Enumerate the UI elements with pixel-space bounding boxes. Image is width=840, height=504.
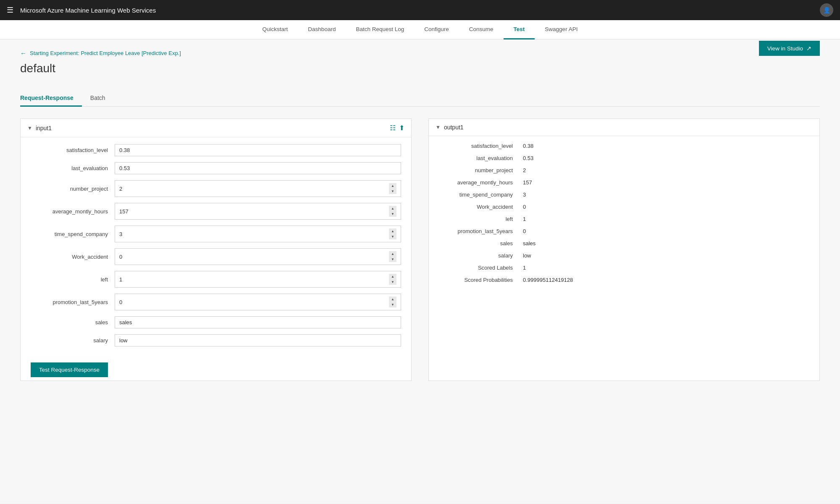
nav-test[interactable]: Test xyxy=(504,20,535,39)
field-time-spend-company: time_spend_company 3 ▲ ▼ xyxy=(31,226,401,242)
input-grid-icon[interactable]: ☷ xyxy=(390,124,396,132)
input-sales[interactable] xyxy=(115,316,401,328)
field-promotion-last-5years: promotion_last_5years 0 ▲ ▼ xyxy=(31,294,401,310)
spinner-time-spend-company-up[interactable]: ▲ xyxy=(389,228,396,234)
output-label-scored-labels: Scored Labels xyxy=(439,265,523,271)
field-satisfaction-level: satisfaction_level xyxy=(31,144,401,156)
nav-batch-request-log[interactable]: Batch Request Log xyxy=(346,20,414,39)
spinner-left-value: 1 xyxy=(119,276,122,283)
breadcrumb[interactable]: ← Starting Experiment: Predict Employee … xyxy=(20,50,820,57)
input-panel-title: input1 xyxy=(36,125,52,131)
label-sales: sales xyxy=(31,319,115,326)
output-value-sales: sales xyxy=(523,240,536,247)
input-form-area: satisfaction_level last_evaluation numbe… xyxy=(21,137,411,359)
output-value-time-spend-company: 3 xyxy=(523,192,526,198)
field-last-evaluation: last_evaluation xyxy=(31,162,401,174)
nav-consume[interactable]: Consume xyxy=(459,20,504,39)
output-label-number-project: number_project xyxy=(439,167,523,173)
label-promotion-last-5years: promotion_last_5years xyxy=(31,299,115,305)
label-satisfaction-level: satisfaction_level xyxy=(31,147,115,153)
spinner-left: 1 ▲ ▼ xyxy=(115,271,401,288)
view-studio-label: View in Studio xyxy=(767,45,803,52)
output-value-average-montly-hours: 157 xyxy=(523,179,532,186)
nav-configure[interactable]: Configure xyxy=(414,20,459,39)
output-value-last-evaluation: 0.53 xyxy=(523,155,533,161)
spinner-left-down[interactable]: ▼ xyxy=(389,279,396,285)
output-label-time-spend-company: time_spend_company xyxy=(439,192,523,198)
output-promotion-last-5years: promotion_last_5years 0 xyxy=(439,228,809,234)
output-value-promotion-last-5years: 0 xyxy=(523,228,526,234)
external-link-icon: ↗ xyxy=(806,45,811,52)
field-left: left 1 ▲ ▼ xyxy=(31,271,401,288)
output-sales: sales sales xyxy=(439,240,809,247)
output-last-evaluation: last_evaluation 0.53 xyxy=(439,155,809,161)
output-label-sales: sales xyxy=(439,240,523,247)
output-area: satisfaction_level 0.38 last_evaluation … xyxy=(429,136,819,296)
nav-dashboard[interactable]: Dashboard xyxy=(298,20,346,39)
label-salary: salary xyxy=(31,337,115,344)
spinner-average-montly-hours: 157 ▲ ▼ xyxy=(115,203,401,220)
label-last-evaluation: last_evaluation xyxy=(31,165,115,171)
label-time-spend-company: time_spend_company xyxy=(31,231,115,237)
input-upload-icon[interactable]: ⬆ xyxy=(399,124,404,132)
output-panel: ▼ output1 satisfaction_level 0.38 last_e… xyxy=(428,118,820,381)
spinner-average-montly-hours-value: 157 xyxy=(119,208,129,215)
output-label-last-evaluation: last_evaluation xyxy=(439,155,523,161)
view-studio-button[interactable]: View in Studio ↗ xyxy=(759,41,820,56)
output-work-accident: Work_accident 0 xyxy=(439,204,809,210)
field-average-montly-hours: average_montly_hours 157 ▲ ▼ xyxy=(31,203,401,220)
output-panel-header: ▼ output1 xyxy=(429,119,819,136)
spinner-average-montly-hours-down[interactable]: ▼ xyxy=(389,211,396,217)
spinner-work-accident-up[interactable]: ▲ xyxy=(389,251,396,257)
nav-quickstart[interactable]: Quickstart xyxy=(252,20,298,39)
tabs: Request-Response Batch xyxy=(20,90,820,107)
spinner-promotion-last-5years-up[interactable]: ▲ xyxy=(389,297,396,302)
output-number-project: number_project 2 xyxy=(439,167,809,173)
secondary-nav: Quickstart Dashboard Batch Request Log C… xyxy=(0,20,840,39)
field-number-project: number_project 2 ▲ ▼ xyxy=(31,180,401,197)
tab-batch[interactable]: Batch xyxy=(90,90,114,107)
output-label-salary: salary xyxy=(439,252,523,259)
spinner-left-up[interactable]: ▲ xyxy=(389,274,396,279)
input-last-evaluation[interactable] xyxy=(115,162,401,174)
output-salary: salary low xyxy=(439,252,809,259)
input-chevron-icon[interactable]: ▼ xyxy=(27,125,32,131)
field-sales: sales xyxy=(31,316,401,328)
output-value-left: 1 xyxy=(523,216,526,222)
output-average-montly-hours: average_montly_hours 157 xyxy=(439,179,809,186)
spinner-average-montly-hours-up[interactable]: ▲ xyxy=(389,206,396,211)
output-value-satisfaction-level: 0.38 xyxy=(523,143,533,149)
input-panel-icons: ☷ ⬆ xyxy=(390,124,404,132)
tab-request-response[interactable]: Request-Response xyxy=(20,90,82,107)
output-scored-labels: Scored Labels 1 xyxy=(439,265,809,271)
input-satisfaction-level[interactable] xyxy=(115,144,401,156)
spinner-promotion-last-5years-down[interactable]: ▼ xyxy=(389,302,396,307)
spinner-work-accident-value: 0 xyxy=(119,254,122,260)
spinner-number-project-up[interactable]: ▲ xyxy=(389,183,396,189)
main-content: ← Starting Experiment: Predict Employee … xyxy=(0,39,840,503)
output-value-salary: low xyxy=(523,252,531,259)
output-chevron-icon[interactable]: ▼ xyxy=(436,124,441,130)
output-label-scored-probabilities: Scored Probabilities xyxy=(439,277,523,283)
output-left: left 1 xyxy=(439,216,809,222)
spinner-number-project-down[interactable]: ▼ xyxy=(389,189,396,194)
app-title: Microsoft Azure Machine Learning Web Ser… xyxy=(20,7,820,14)
spinner-work-accident-down[interactable]: ▼ xyxy=(389,257,396,262)
field-work-accident: Work_accident 0 ▲ ▼ xyxy=(31,248,401,265)
back-arrow-icon: ← xyxy=(20,50,26,57)
output-time-spend-company: time_spend_company 3 xyxy=(439,192,809,198)
spinner-promotion-last-5years: 0 ▲ ▼ xyxy=(115,294,401,310)
page-title: default xyxy=(20,62,820,75)
label-work-accident: Work_accident xyxy=(31,254,115,260)
test-request-response-button[interactable]: Test Request-Response xyxy=(31,362,108,377)
output-value-work-accident: 0 xyxy=(523,204,526,210)
hamburger-icon[interactable]: ☰ xyxy=(7,5,13,15)
spinner-number-project-value: 2 xyxy=(119,186,122,192)
panels-row: ▼ input1 ☷ ⬆ satisfaction_level last_eva… xyxy=(20,118,820,381)
spinner-time-spend-company-down[interactable]: ▼ xyxy=(389,234,396,239)
output-value-number-project: 2 xyxy=(523,167,526,173)
output-satisfaction-level: satisfaction_level 0.38 xyxy=(439,143,809,149)
user-avatar[interactable]: 👤 xyxy=(820,3,833,17)
input-salary[interactable] xyxy=(115,334,401,346)
nav-swagger-api[interactable]: Swagger API xyxy=(535,20,588,39)
